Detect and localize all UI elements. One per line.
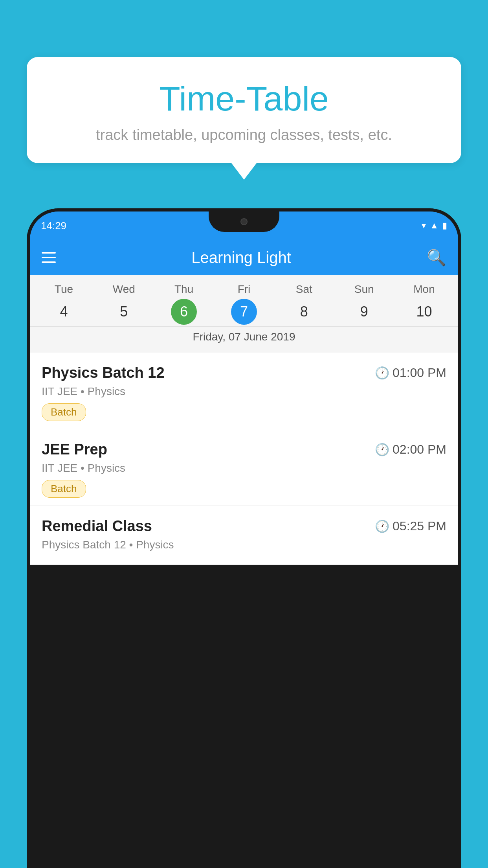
schedule-item-2-subtitle: IIT JEE • Physics (42, 462, 446, 474)
day-col-tue[interactable]: Tue 4 (37, 283, 91, 325)
schedule-item-1-time: 01:00 PM (393, 366, 446, 380)
phone-notch (209, 211, 279, 232)
schedule-item-2-badge: Batch (42, 480, 86, 498)
schedule-item-2-time-container: 🕐 02:00 PM (375, 442, 446, 457)
status-bar: 14:29 ▾ ▲ ▮ (30, 211, 458, 240)
speech-bubble: Time-Table track timetable, upcoming cla… (27, 57, 461, 163)
day-col-wed[interactable]: Wed 5 (97, 283, 151, 325)
schedule-item-3-title: Remedial Class (42, 518, 152, 535)
clock-icon-2: 🕐 (375, 443, 389, 456)
app-bar: Learning Light 🔍 (30, 240, 458, 275)
day-num-fri: 7 (231, 299, 257, 325)
schedule-item-3-time: 05:25 PM (393, 519, 446, 533)
day-num-wed: 5 (111, 299, 137, 325)
schedule-item-2-time: 02:00 PM (393, 442, 446, 457)
day-name-sat: Sat (296, 283, 312, 296)
schedule-item-1-subtitle: IIT JEE • Physics (42, 385, 446, 398)
camera (240, 218, 248, 225)
day-name-mon: Mon (413, 283, 435, 296)
search-icon[interactable]: 🔍 (427, 248, 446, 267)
speech-bubble-container: Time-Table track timetable, upcoming cla… (27, 57, 461, 180)
day-num-sat: 8 (291, 299, 317, 325)
schedule-item-2-header: JEE Prep 🕐 02:00 PM (42, 441, 446, 458)
day-col-sat[interactable]: Sat 8 (277, 283, 331, 325)
day-name-fri: Fri (238, 283, 251, 296)
day-col-sun[interactable]: Sun 9 (337, 283, 391, 325)
calendar-section: Tue 4 Wed 5 Thu 6 Fri 7 Sat 8 Sun 9 (30, 275, 458, 353)
day-num-sun: 9 (351, 299, 377, 325)
selected-date: Friday, 07 June 2019 (30, 326, 458, 349)
page-title: Time-Table (50, 79, 438, 119)
speech-bubble-arrow (231, 163, 257, 180)
schedule-item-3-subtitle: Physics Batch 12 • Physics (42, 539, 446, 551)
status-icons: ▾ ▲ ▮ (422, 221, 447, 231)
schedule-item-1-header: Physics Batch 12 🕐 01:00 PM (42, 364, 446, 381)
days-row: Tue 4 Wed 5 Thu 6 Fri 7 Sat 8 Sun 9 (30, 283, 458, 325)
schedule-list: Physics Batch 12 🕐 01:00 PM IIT JEE • Ph… (30, 353, 458, 565)
phone-frame: 14:29 ▾ ▲ ▮ Learning Light 🔍 Tue 4 (27, 208, 461, 868)
schedule-item-3-time-container: 🕐 05:25 PM (375, 519, 446, 533)
schedule-item-3[interactable]: Remedial Class 🕐 05:25 PM Physics Batch … (30, 506, 458, 565)
page-subtitle: track timetable, upcoming classes, tests… (50, 127, 438, 143)
menu-button[interactable] (42, 252, 56, 263)
signal-icon: ▲ (430, 221, 438, 231)
schedule-item-1-badge: Batch (42, 403, 86, 421)
battery-icon: ▮ (442, 221, 447, 231)
day-num-tue: 4 (51, 299, 77, 325)
clock-icon-1: 🕐 (375, 366, 389, 380)
day-col-thu[interactable]: Thu 6 (157, 283, 211, 325)
schedule-item-3-header: Remedial Class 🕐 05:25 PM (42, 518, 446, 535)
schedule-item-1-time-container: 🕐 01:00 PM (375, 366, 446, 380)
status-time: 14:29 (41, 220, 66, 232)
wifi-icon: ▾ (422, 221, 426, 231)
day-name-wed: Wed (113, 283, 135, 296)
day-name-tue: Tue (55, 283, 73, 296)
app-title: Learning Light (191, 249, 291, 267)
schedule-item-1[interactable]: Physics Batch 12 🕐 01:00 PM IIT JEE • Ph… (30, 353, 458, 429)
day-num-mon: 10 (411, 299, 437, 325)
schedule-item-2-title: JEE Prep (42, 441, 107, 458)
schedule-item-2[interactable]: JEE Prep 🕐 02:00 PM IIT JEE • Physics Ba… (30, 429, 458, 506)
day-name-sun: Sun (354, 283, 374, 296)
day-num-thu: 6 (171, 299, 197, 325)
day-col-mon[interactable]: Mon 10 (397, 283, 451, 325)
clock-icon-3: 🕐 (375, 519, 389, 533)
day-name-thu: Thu (174, 283, 193, 296)
day-col-fri[interactable]: Fri 7 (216, 283, 271, 325)
schedule-item-1-title: Physics Batch 12 (42, 364, 165, 381)
